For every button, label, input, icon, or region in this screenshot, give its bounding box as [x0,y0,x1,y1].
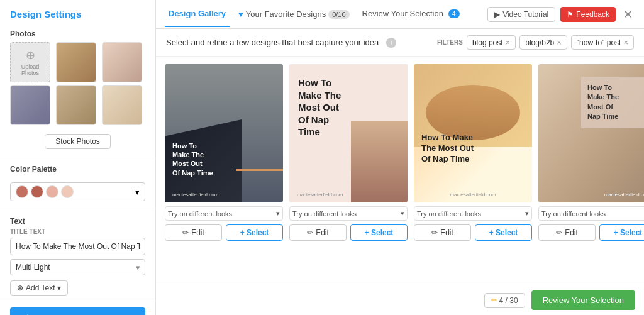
card1-title: How ToMake TheMost OutOf Nap Time [172,141,213,177]
tab-design-gallery[interactable]: Design Gallery [165,1,230,27]
filter-tag-b2b-label: blog/b2b [525,38,554,47]
design-card-3: How To MakeThe Most OutOf Nap Time macie… [414,64,532,285]
page-count: ✏ 4 / 30 [484,293,525,308]
card4-select-label: + Select [614,228,643,237]
color-palette-dropdown[interactable]: ▾ [10,182,145,201]
heart-icon: ♥ [238,9,243,19]
font-style-select[interactable]: Multi Light [10,259,145,275]
design-card-1: How ToMake TheMost OutOf Nap Time macies… [165,64,283,285]
color-dot-2 [31,185,43,198]
card3-select-button[interactable]: + Select [475,224,532,241]
card4-edit-button[interactable]: ✏ Edit [538,224,596,241]
filter-tag-howto-label: "how-to" post [577,38,621,47]
palette-colors [16,185,74,198]
card2-edit-button[interactable]: ✏ Edit [289,224,347,241]
photo-cell-1[interactable] [56,42,96,82]
card2-try-label: Try on different looks [292,210,357,218]
tab-favorite-designs[interactable]: ♥ Your Favorite Designs 0/10 [235,2,353,26]
filter-tag-blog-post-label: blog post [472,38,503,47]
font-style-wrapper: Multi Light [10,259,145,275]
page-count-value: 4 / 30 [499,296,518,305]
card4-overlay: How ToMake TheMost OfNap Time [581,77,644,128]
main-footer: ✏ 4 / 30 Review Your Selection [156,285,644,315]
pencil-count-icon: ✏ [491,296,497,304]
video-icon: ▶ [494,10,500,19]
review-selection-button[interactable]: Review Your Selection [531,290,635,310]
sidebar-title: Design Settings [0,0,155,26]
add-text-button[interactable]: ⊕ Add Text ▾ [10,280,68,296]
feedback-label: Feedback [576,10,609,19]
card3-edit-button[interactable]: ✏ Edit [414,224,471,241]
card2-buttons: ✏ Edit + Select [289,224,408,241]
filter-tag-b2b: blog/b2b × [519,35,567,50]
filter-tag-b2b-remove[interactable]: × [557,38,562,47]
info-icon[interactable]: i [386,38,396,48]
close-button[interactable]: ✕ [621,8,635,21]
update-brand-preferences-button[interactable]: ⚙ Update Brand Preferences [10,307,145,315]
photo-cell-3[interactable] [10,85,50,125]
color-dot-4 [61,185,74,198]
card3-try-different[interactable]: Try on different looks ▾ [414,206,532,221]
design-preview-3: How To MakeThe Most OutOf Nap Time macie… [414,64,532,202]
card2-img [351,121,408,202]
photo-cell-4[interactable] [56,85,96,125]
chevron-down-icon-add: ▾ [57,284,61,292]
card1-try-different[interactable]: Try on different looks ▾ [165,206,283,221]
chevron-down-icon-card3: ▾ [525,209,529,218]
filter-tag-howto-remove[interactable]: × [623,38,628,47]
design-preview-1: How ToMake TheMost OutOf Nap Time macies… [165,64,283,202]
feedback-button[interactable]: ⚑ Feedback [560,7,616,22]
card2-actions: Try on different looks ▾ ✏ Edit + Select [289,202,408,243]
card1-select-button[interactable]: + Select [226,224,283,241]
tab-review-label: Review Your Selection [362,9,443,18]
video-tutorial-button[interactable]: ▶ Video Tutorial [487,7,555,22]
pencil-icon-card2: ✏ [307,228,313,237]
card4-select-button[interactable]: + Select [599,224,644,241]
flag-icon: ⚑ [567,10,574,19]
upload-photos-cell[interactable]: ⊕ UploadPhotos [10,42,50,82]
pencil-icon-card1: ✏ [182,228,189,237]
card3-actions: Try on different looks ▾ ✏ Edit + Select [414,202,532,243]
select-instruction: Select and refine a few designs that bes… [166,38,379,47]
video-tutorial-label: Video Tutorial [502,10,548,19]
card1-select-label: + Select [240,228,269,237]
card1-actions: Try on different looks ▾ ✏ Edit + Select [165,202,283,243]
card1-edit-label: Edit [191,228,204,237]
card4-edit-label: Edit [565,228,578,237]
upload-label: UploadPhotos [21,64,40,76]
card1-accent-line [236,169,283,171]
stock-photos-area: Stock Photos [0,130,155,155]
header: Design Gallery ♥ Your Favorite Designs 0… [156,0,644,29]
tab-favorites-label: Your Favorite Designs [246,9,326,19]
card1-domain: maciesatterfield.com [172,192,218,197]
photo-cell-5[interactable] [102,85,142,125]
card4-try-different[interactable]: Try on different looks ▾ [538,206,644,221]
card2-domain: maciesatterfield.com [297,192,343,197]
card2-edit-label: Edit [316,228,329,237]
card1-try-label: Try on different looks [168,210,232,218]
chevron-down-icon-card2: ▾ [401,209,404,218]
plus-icon: ⊕ [17,284,23,292]
filters-row: Select and refine a few designs that bes… [156,29,644,57]
chevron-down-icon-card1: ▾ [276,209,280,218]
photo-cell-2[interactable] [102,42,142,82]
card3-select-label: + Select [489,228,518,237]
chevron-down-icon: ▾ [135,187,140,197]
card4-actions: Try on different looks ▾ ✏ Edit + Select [538,202,644,243]
card3-edit-label: Edit [440,228,453,237]
color-palette-row: ▾ [0,177,155,206]
card2-select-button[interactable]: + Select [350,224,408,241]
filter-tag-blog-post-remove[interactable]: × [506,38,511,47]
card2-background: How ToMake TheMost OutOf NapTime maciesa… [289,64,408,202]
tab-review-selection[interactable]: Review Your Selection 4 [358,1,464,27]
design-card-2: How ToMake TheMost OutOf NapTime maciesa… [289,64,408,285]
title-text-input[interactable] [10,238,145,255]
design-card-4: How ToMake TheMost OfNap Time maciesatte… [538,64,644,285]
card1-edit-button[interactable]: ✏ Edit [165,224,222,241]
card2-try-different[interactable]: Try on different looks ▾ [289,206,408,221]
stock-photos-button[interactable]: Stock Photos [45,134,111,149]
favorites-badge: 0/10 [328,10,349,19]
color-palette-label: Color Palette [0,161,155,177]
color-dot-1 [16,185,28,198]
card3-try-label: Try on different looks [417,210,481,218]
